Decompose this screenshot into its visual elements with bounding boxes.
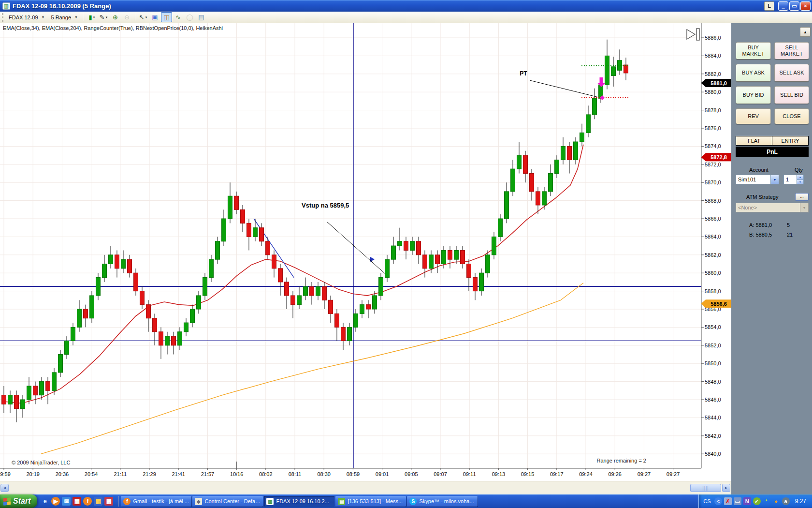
candle-down [33, 386, 38, 395]
task-control-center[interactable]: ◆Control Center - Default [192, 496, 263, 507]
cursor-icon: ↖ [139, 14, 145, 21]
data-box-icon[interactable]: ▣ [149, 12, 160, 22]
app-window: ▥ FDAX 12-09 16.10.2009 (5 Range) L _ ▭ … [0, 0, 812, 508]
time-axis-label: 09:11 [463, 471, 476, 477]
mini-chart-icon[interactable]: ∿ [173, 12, 184, 22]
candle-down [310, 286, 314, 296]
price-axis-label: 5880,0 [705, 89, 721, 95]
close-button[interactable]: × [800, 1, 811, 11]
candle-up [593, 98, 597, 115]
atm-strategy-row: ATM Strategy ... [736, 193, 809, 201]
tray-chevron-icon[interactable]: < [714, 497, 722, 505]
bid-price: B: 5880,5 [749, 232, 787, 238]
tray-icons: <✗▭N✓*●a [714, 497, 790, 505]
task-gmail[interactable]: fGmail - testik - já měl ... [121, 496, 191, 507]
time-axis-label: 08:30 [317, 471, 331, 477]
language-indicator[interactable]: CS [703, 498, 710, 504]
toolbar-grip[interactable] [2, 13, 3, 22]
green-star-icon[interactable]: * [763, 497, 770, 505]
network-offline-icon[interactable]: ✗ [724, 497, 732, 505]
candle-up [555, 160, 559, 173]
account-qty-fields: Sim101 ▼ 1 ▲ ▼ [736, 175, 809, 184]
account-select[interactable]: Sim101 ▼ [736, 175, 779, 184]
zoom-out-icon[interactable]: ⊖ [121, 12, 132, 22]
copyright-label: © 2009 NinjaTrader, LLC [12, 460, 70, 465]
chart-style-icon[interactable]: ▮▼ [87, 12, 98, 22]
candle-up [96, 278, 101, 296]
chart-canvas[interactable]: PTVstup na 5859,55886,05884,05882,05880,… [0, 23, 731, 481]
minimize-button[interactable]: _ [778, 1, 788, 11]
atm-strategy-select[interactable]: <None> ▼ [736, 203, 809, 212]
order-buttons: BUY MARKET SELL MARKET BUY ASK SELL ASK … [736, 42, 812, 124]
price-axis-label: 5864,0 [705, 234, 721, 239]
task-fdax-chart[interactable]: ▥FDAX 12-09 16.10.2... [264, 496, 334, 507]
candle-down [423, 255, 427, 269]
candle-up [222, 219, 226, 241]
bid-row: B: 5880,5 21 [736, 232, 809, 238]
atm-options-button[interactable]: ... [795, 193, 809, 201]
entry-tab[interactable]: ENTRY [772, 136, 808, 145]
scroll-left-button[interactable]: ◄ [0, 484, 9, 492]
chevron-down-icon[interactable]: ▼ [770, 175, 779, 184]
sell-ask-button[interactable]: SELL ASK [774, 64, 809, 82]
properties-icon[interactable]: ▤ [196, 12, 207, 22]
candle-down [530, 174, 534, 192]
candle-up [498, 219, 503, 237]
price-tag-label: 5856,6 [710, 301, 727, 307]
candle-down [234, 196, 239, 209]
toolbar-separator [135, 13, 135, 21]
sell-bid-button[interactable]: SELL BID [774, 86, 809, 104]
restore-button[interactable]: ▭ [789, 1, 799, 11]
app-purple-icon[interactable]: N [743, 497, 751, 505]
close-position-button[interactable]: CLOSE [774, 108, 809, 124]
shield-check-icon[interactable]: ✓ [753, 497, 761, 505]
candle-up [253, 228, 258, 237]
sphere-icon[interactable]: a [782, 497, 790, 505]
sell-market-button[interactable]: SELL MARKET [774, 42, 809, 60]
chart-area: PTVstup na 5859,55886,05884,05882,05880,… [0, 23, 812, 494]
mail-icon[interactable]: ✉ [62, 497, 71, 506]
save-icon[interactable]: ▦ [72, 497, 81, 506]
zoom-in-icon: ⊕ [113, 14, 118, 21]
scrollbar-thumb[interactable]: |||| [690, 484, 721, 492]
ie-icon[interactable]: e [41, 497, 49, 506]
zoom-in-icon[interactable]: ⊕ [110, 12, 121, 22]
reload-icon[interactable]: ◯ [184, 12, 195, 22]
mini-chart-icon: ∿ [175, 14, 181, 21]
chart-trader-icon[interactable]: ◫ [161, 12, 172, 22]
candle-down [266, 241, 270, 255]
task-skype[interactable]: SSkype™ - milos.voha... [407, 496, 478, 507]
buy-market-button[interactable]: BUY MARKET [736, 42, 771, 60]
task-buttons: fGmail - testik - já měl ...◆Control Cen… [120, 496, 478, 507]
firefox-icon[interactable]: f [83, 497, 92, 506]
cursor-icon[interactable]: ↖▼ [138, 12, 149, 22]
candle-up [354, 314, 358, 327]
spin-up-icon[interactable]: ▲ [797, 175, 803, 179]
scroll-right-button[interactable]: ► [722, 484, 730, 492]
media-player-icon[interactable]: ▶ [51, 497, 60, 506]
network-icon[interactable]: ▭ [734, 497, 741, 505]
l-button[interactable]: L [764, 1, 774, 11]
time-axis-label: 09:13 [492, 471, 506, 477]
price-axis-label: 5884,0 [705, 53, 721, 59]
orange-ball-icon[interactable]: ● [772, 497, 780, 505]
reverse-button[interactable]: REV [736, 108, 771, 124]
instrument-label: FDAX 12-09 [9, 15, 38, 20]
draw-tool-icon[interactable]: ✎▼ [98, 12, 109, 22]
range-remaining-label: Range remaining = 2 [597, 458, 646, 463]
buy-bid-button[interactable]: BUY BID [736, 86, 771, 104]
instrument-dropdown[interactable]: FDAX 12-09 ▼ [6, 13, 48, 22]
quantity-stepper[interactable]: 1 ▲ ▼ [783, 175, 804, 184]
panel-scroll-up-button[interactable]: ▲ [800, 27, 811, 37]
flat-tab[interactable]: FLAT [736, 136, 772, 145]
task-messenger[interactable]: ▤[136-533-513] - Mess... [335, 496, 406, 507]
buy-ask-button[interactable]: BUY ASK [736, 64, 771, 82]
candle-up [605, 56, 609, 85]
interval-dropdown[interactable]: 5 Range ▼ [48, 13, 81, 22]
start-button[interactable]: Start [0, 494, 37, 508]
cz-app-icon[interactable]: ▩ [104, 497, 113, 506]
candle-up [52, 373, 57, 390]
commander-icon[interactable]: ▦ [94, 497, 102, 506]
price-axis-label: 5878,0 [705, 107, 721, 113]
spin-down-icon[interactable]: ▼ [797, 179, 803, 184]
